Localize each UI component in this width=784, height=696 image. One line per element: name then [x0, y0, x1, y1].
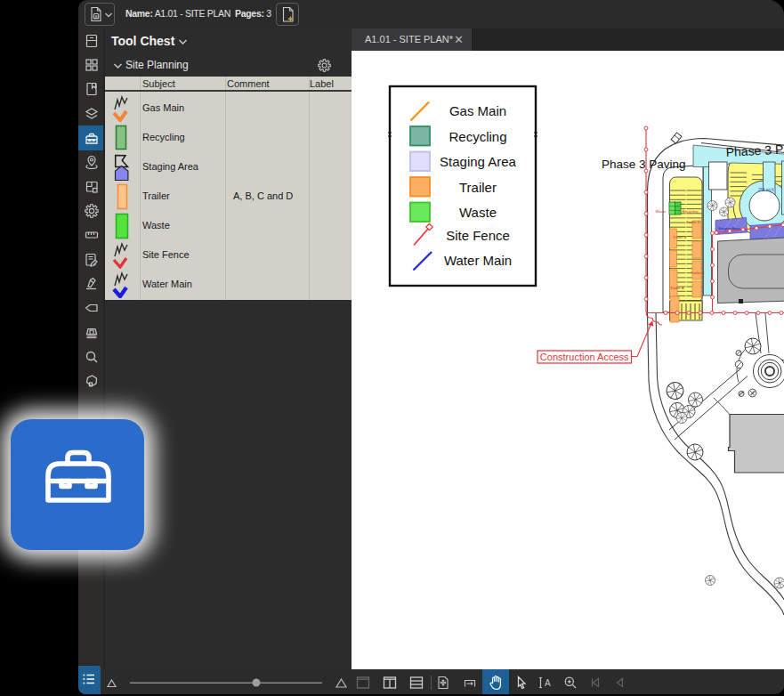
svg-text:Trailer D: Trailer D [686, 220, 700, 224]
svg-text:A: A [545, 678, 551, 688]
svg-text:Waste: Waste [656, 209, 667, 214]
svg-text:Trailer B: Trailer B [673, 235, 687, 239]
svg-text:Recycling: Recycling [683, 209, 699, 214]
svg-text:Site Fence: Site Fence [446, 228, 510, 243]
svg-text:Phase 3 Pav: Phase 3 Pav [725, 142, 784, 159]
svg-text:Construction Access: Construction Access [540, 352, 629, 362]
svg-text:Recycling: Recycling [449, 129, 506, 144]
svg-text:Phase 3 Paving: Phase 3 Paving [602, 158, 686, 171]
svg-text:Trailer A: Trailer A [670, 286, 684, 290]
svg-text:Trailer: Trailer [459, 180, 497, 195]
svg-text:Trailer C: Trailer C [691, 271, 705, 275]
svg-text:Staging Area: Staging Area [440, 154, 517, 169]
svg-text:256 sq ft: 256 sq ft [758, 188, 774, 192]
svg-text:Gas Main: Gas Main [449, 103, 506, 118]
svg-text:Waste: Waste [459, 205, 497, 220]
svg-text:Water Main: Water Main [444, 253, 512, 268]
